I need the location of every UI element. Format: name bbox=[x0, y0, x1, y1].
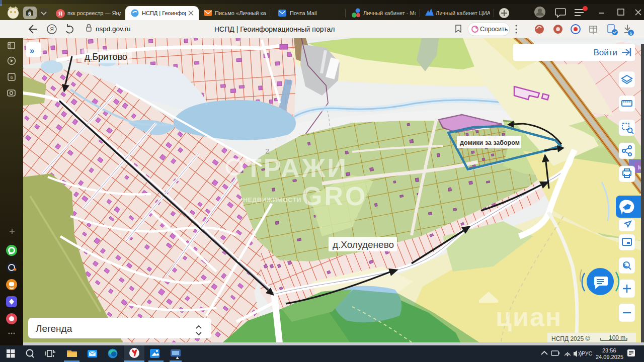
svg-text:6: 6 bbox=[10, 75, 13, 80]
svg-text:НСПД 2025 ©: НСПД 2025 © bbox=[551, 335, 590, 342]
svg-text:домики за забором: домики за забором bbox=[460, 139, 520, 146]
svg-text:НЕДВИЖИМОСТИ: НЕДВИЖИМОСТИ bbox=[243, 197, 301, 204]
svg-text:ТРАЖИ: ТРАЖИ bbox=[246, 153, 348, 183]
svg-text:Войти: Войти bbox=[593, 48, 617, 57]
svg-text:Я: Я bbox=[50, 27, 53, 32]
svg-text:Легенда: Легенда bbox=[36, 323, 72, 334]
svg-text:6: 6 bbox=[28, 11, 31, 17]
svg-text:д.Бритово: д.Бритово bbox=[85, 52, 127, 62]
svg-text:»: » bbox=[30, 46, 34, 55]
svg-text:6: 6 bbox=[629, 31, 632, 36]
svg-text:Я: Я bbox=[58, 11, 62, 17]
svg-text:GRO: GRO bbox=[302, 182, 367, 211]
svg-text:д.Холуденево: д.Холуденево bbox=[333, 239, 394, 250]
svg-text:циан: циан bbox=[496, 302, 562, 331]
